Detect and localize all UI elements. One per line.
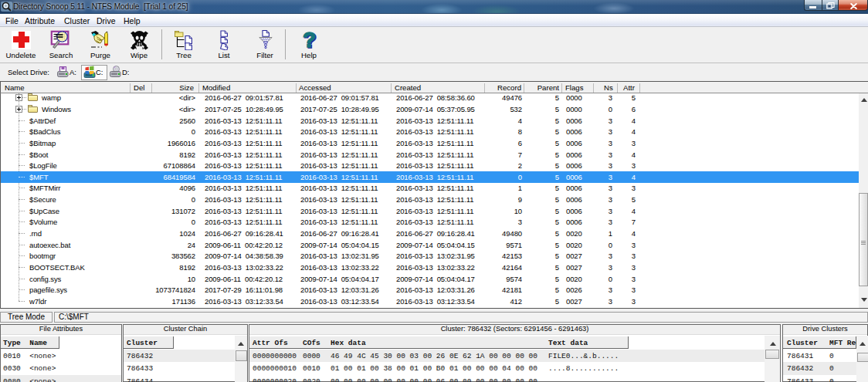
svg-text:?: ? bbox=[303, 29, 316, 51]
